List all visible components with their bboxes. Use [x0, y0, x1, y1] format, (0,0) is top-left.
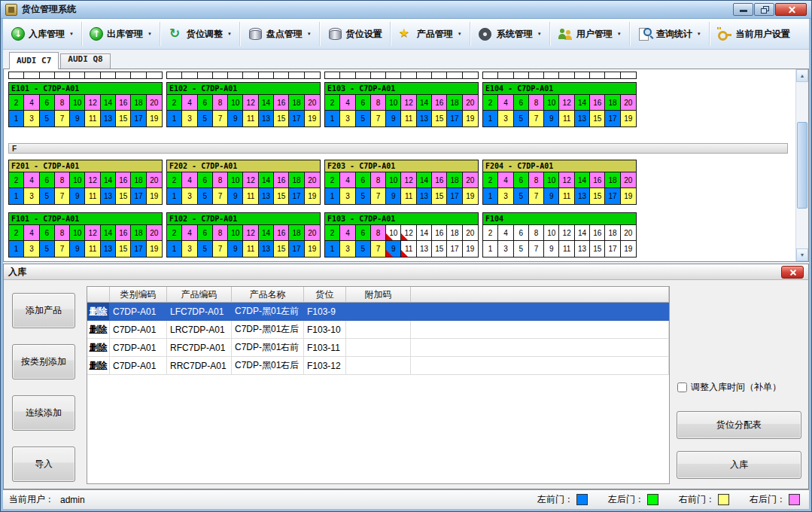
slot-f104-14[interactable]: 14: [575, 225, 590, 241]
slot-f101-7[interactable]: 7: [55, 241, 70, 257]
slot-f204-9[interactable]: 9: [544, 188, 559, 204]
slot-f202-4[interactable]: 4: [182, 172, 197, 188]
slot-e104-9[interactable]: 9: [544, 111, 559, 126]
slot-e104-8[interactable]: 8: [529, 95, 544, 111]
adjust-time-checkbox[interactable]: [677, 382, 687, 392]
slot-e101-13[interactable]: 13: [101, 111, 116, 126]
slot-f102-9[interactable]: 9: [228, 241, 243, 257]
toolbar-button-slot-adjustment[interactable]: 货位调整▼: [163, 21, 237, 47]
slot-f101-5[interactable]: 5: [40, 241, 55, 257]
slot-f103-6[interactable]: 6: [356, 225, 371, 241]
add-product-button[interactable]: 添加产品: [12, 293, 75, 328]
slot-f101-15[interactable]: 15: [116, 241, 131, 257]
slot-f204-1[interactable]: 1: [483, 188, 498, 204]
slot-f101-8[interactable]: 8: [55, 225, 70, 241]
delete-link[interactable]: 删除: [87, 339, 110, 357]
slot-f104-9[interactable]: 9: [544, 241, 559, 257]
slot-e101-10[interactable]: 10: [70, 95, 85, 111]
slot-f102-1[interactable]: 1: [167, 241, 182, 257]
slot-e102-16[interactable]: 16: [274, 95, 289, 111]
slot-f201-8[interactable]: 8: [55, 172, 70, 188]
slot-e104-19[interactable]: 19: [621, 111, 636, 126]
scroll-down-icon[interactable]: ▼: [796, 248, 808, 261]
vertical-scrollbar[interactable]: ▲ ▼: [795, 69, 808, 261]
slot-e104-13[interactable]: 13: [575, 111, 590, 126]
slot-e103-12[interactable]: 12: [401, 95, 416, 111]
slot-f104-10[interactable]: 10: [544, 225, 559, 241]
table-row[interactable]: 删除C7DP-A01LFC7DP-A01C7DP-黑01左前F103-9: [87, 303, 669, 321]
slot-f102-11[interactable]: 11: [243, 241, 258, 257]
slot-e102-18[interactable]: 18: [289, 95, 304, 111]
slot-f201-14[interactable]: 14: [101, 172, 116, 188]
slot-f202-1[interactable]: 1: [167, 188, 182, 204]
slot-e104-18[interactable]: 18: [605, 95, 620, 111]
slot-f102-20[interactable]: 20: [305, 225, 320, 241]
slot-e104-20[interactable]: 20: [621, 95, 636, 111]
slot-f203-3[interactable]: 3: [340, 188, 355, 204]
slot-e104-15[interactable]: 15: [590, 111, 605, 126]
slot-f101-13[interactable]: 13: [101, 241, 116, 257]
slot-f202-20[interactable]: 20: [305, 172, 320, 188]
slot-f204-14[interactable]: 14: [575, 172, 590, 188]
slot-e104-6[interactable]: 6: [514, 95, 529, 111]
slot-e101-8[interactable]: 8: [55, 95, 70, 111]
slot-f202-16[interactable]: 16: [274, 172, 289, 188]
slot-f202-9[interactable]: 9: [228, 188, 243, 204]
slot-f204-20[interactable]: 20: [621, 172, 636, 188]
toolbar-button-query-statistics[interactable]: 查询统计▼: [632, 21, 707, 47]
slot-f203-19[interactable]: 19: [463, 188, 478, 204]
slot-f101-18[interactable]: 18: [131, 225, 146, 241]
slot-f101-16[interactable]: 16: [116, 225, 131, 241]
slot-f101-17[interactable]: 17: [131, 241, 146, 257]
slot-f203-12[interactable]: 12: [401, 172, 416, 188]
slot-f203-5[interactable]: 5: [356, 188, 371, 204]
slot-f203-2[interactable]: 2: [325, 172, 340, 188]
slot-f102-12[interactable]: 12: [243, 225, 258, 241]
slot-e102-1[interactable]: 1: [167, 111, 182, 126]
tab-audi-c7[interactable]: AUDI C7: [9, 52, 59, 69]
slot-f103-20[interactable]: 20: [463, 225, 478, 241]
slot-f202-7[interactable]: 7: [213, 188, 228, 204]
toolbar-button-product-management[interactable]: 产品管理▼: [393, 21, 467, 47]
toolbar-button-inbound-management[interactable]: 入库管理▼: [6, 21, 79, 47]
slot-f104-18[interactable]: 18: [605, 225, 620, 241]
toolbar-button-slot-settings[interactable]: 货位设置: [322, 21, 388, 47]
slot-f203-20[interactable]: 20: [463, 172, 478, 188]
slot-e102-7[interactable]: 7: [213, 111, 228, 126]
adjust-time-checkbox-row[interactable]: 调整入库时间（补单）: [677, 381, 781, 394]
slot-f203-16[interactable]: 16: [432, 172, 447, 188]
slot-f201-19[interactable]: 19: [147, 188, 162, 204]
slot-f104-7[interactable]: 7: [529, 241, 544, 257]
slot-e103-13[interactable]: 13: [417, 111, 432, 126]
inbound-close-button[interactable]: [781, 266, 804, 279]
slot-f104-15[interactable]: 15: [590, 241, 605, 257]
slot-e104-5[interactable]: 5: [514, 111, 529, 126]
slot-e103-4[interactable]: 4: [340, 95, 355, 111]
slot-f201-3[interactable]: 3: [24, 188, 39, 204]
slot-f203-14[interactable]: 14: [417, 172, 432, 188]
slot-f103-10[interactable]: 10: [386, 225, 401, 241]
slot-f102-7[interactable]: 7: [213, 241, 228, 257]
slot-e102-5[interactable]: 5: [198, 111, 213, 126]
slot-f203-7[interactable]: 7: [371, 188, 386, 204]
slot-f204-6[interactable]: 6: [514, 172, 529, 188]
slot-f204-13[interactable]: 13: [575, 188, 590, 204]
slot-f201-11[interactable]: 11: [85, 188, 100, 204]
import-button[interactable]: 导入: [12, 446, 75, 482]
slot-e101-9[interactable]: 9: [70, 111, 85, 126]
slot-f201-15[interactable]: 15: [116, 188, 131, 204]
slot-f204-17[interactable]: 17: [605, 188, 620, 204]
toolbar-button-user-management[interactable]: 用户管理▼: [552, 21, 627, 47]
slot-e101-5[interactable]: 5: [40, 111, 55, 126]
table-row[interactable]: 删除C7DP-A01LRC7DP-A01C7DP-黑01左后F103-10: [87, 321, 669, 339]
slot-f103-15[interactable]: 15: [432, 241, 447, 257]
slot-f103-12[interactable]: 12: [401, 225, 416, 241]
table-row[interactable]: 删除C7DP-A01RRC7DP-A01C7DP-黑01右后F103-12: [87, 357, 669, 375]
delete-link[interactable]: 删除: [87, 303, 110, 321]
slot-f201-10[interactable]: 10: [70, 172, 85, 188]
delete-link[interactable]: 删除: [87, 357, 110, 375]
slot-f102-18[interactable]: 18: [289, 225, 304, 241]
slot-e102-11[interactable]: 11: [243, 111, 258, 126]
toolbar-button-current-user-settings[interactable]: 当前用户设置: [712, 21, 795, 47]
toolbar-button-outbound-management[interactable]: 出库管理▼: [84, 21, 157, 47]
